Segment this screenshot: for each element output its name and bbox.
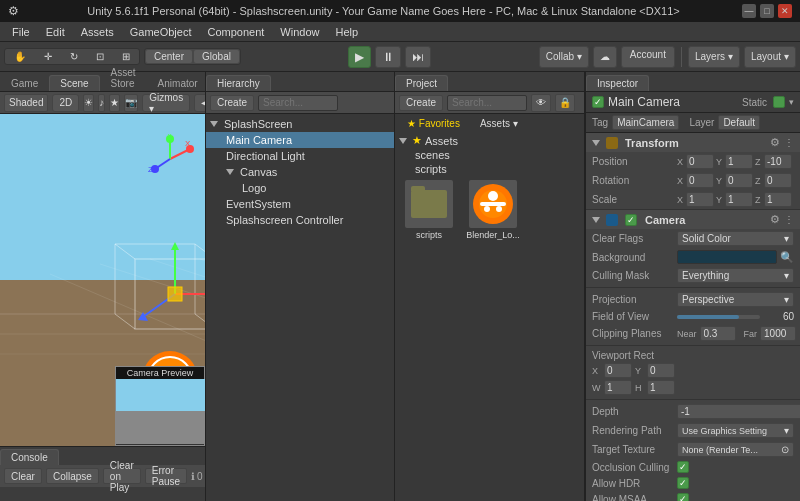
allow-hdr-checkbox[interactable]: ✓ xyxy=(677,477,689,489)
console-error-pause-button[interactable]: Error Pause xyxy=(145,468,187,484)
project-asset-scripts[interactable]: scripts xyxy=(399,180,459,240)
tag-dropdown[interactable]: MainCamera xyxy=(612,115,679,130)
hierarchy-search-input[interactable] xyxy=(258,95,338,111)
layout-dropdown[interactable]: Layout▾ xyxy=(744,46,796,68)
collab-button[interactable]: Collab ▾ xyxy=(539,46,589,68)
hand-tool-button[interactable]: ✋ xyxy=(6,50,34,63)
camera-enabled-checkbox[interactable]: ✓ xyxy=(625,214,637,226)
tab-game[interactable]: Game xyxy=(0,75,49,91)
transform-section-header[interactable]: Transform ⚙ ⋮ xyxy=(586,133,800,152)
rotation-y-input[interactable] xyxy=(725,173,753,188)
far-input[interactable] xyxy=(760,326,796,341)
tab-asset-store[interactable]: Asset Store xyxy=(100,64,147,91)
project-create-button[interactable]: Create xyxy=(399,95,443,111)
move-tool-button[interactable]: ✛ xyxy=(36,50,60,63)
minimize-button[interactable]: — xyxy=(742,4,756,18)
project-search-input[interactable] xyxy=(447,95,527,111)
allow-msaa-checkbox[interactable]: ✓ xyxy=(677,493,689,501)
project-folder-assets[interactable]: ★ Assets xyxy=(395,133,584,148)
scale-z-input[interactable] xyxy=(764,192,792,207)
vp-w-input[interactable] xyxy=(604,380,632,395)
menu-help[interactable]: Help xyxy=(327,24,366,40)
play-button[interactable]: ▶ xyxy=(348,46,371,68)
center-toggle-button[interactable]: Center xyxy=(146,50,192,63)
menu-file[interactable]: File xyxy=(4,24,38,40)
close-button[interactable]: ✕ xyxy=(778,4,792,18)
rendering-path-dropdown[interactable]: Use Graphics Setting ▾ xyxy=(677,423,794,438)
scene-viewport[interactable]: X Y Z xyxy=(0,114,205,446)
console-collapse-button[interactable]: Collapse xyxy=(46,468,99,484)
cloud-button[interactable]: ☁ xyxy=(593,46,617,68)
position-z-input[interactable] xyxy=(764,154,792,169)
maximize-button[interactable]: □ xyxy=(760,4,774,18)
project-folder-scenes[interactable]: scenes xyxy=(395,148,584,162)
camera-section-header[interactable]: ✓ Camera ⚙ ⋮ xyxy=(586,210,800,229)
vp-y-input[interactable] xyxy=(647,363,675,378)
hierarchy-scene-root[interactable]: SplashScreen xyxy=(206,116,394,132)
layer-dropdown[interactable]: Default xyxy=(718,115,760,130)
fov-slider[interactable] xyxy=(677,315,760,319)
tab-animator[interactable]: Animator xyxy=(147,75,209,91)
menu-edit[interactable]: Edit xyxy=(38,24,73,40)
gizmos-dropdown[interactable]: Gizmos ▾ xyxy=(142,94,190,112)
menu-assets[interactable]: Assets xyxy=(73,24,122,40)
hierarchy-create-button[interactable]: Create xyxy=(210,95,254,111)
project-folder-scripts[interactable]: scripts xyxy=(395,162,584,176)
project-lock-icon[interactable]: 🔒 xyxy=(555,94,575,112)
hierarchy-item-logo[interactable]: Logo xyxy=(206,180,394,196)
light-toggle[interactable]: ☀ xyxy=(83,94,94,112)
background-color-eyedropper-icon[interactable]: 🔍 xyxy=(780,251,794,264)
near-input[interactable] xyxy=(700,326,736,341)
rotation-x-input[interactable] xyxy=(686,173,714,188)
tab-scene[interactable]: Scene xyxy=(49,75,99,91)
transform-context-icon[interactable]: ⋮ xyxy=(784,137,794,148)
global-toggle-button[interactable]: Global xyxy=(194,50,239,63)
scale-y-input[interactable] xyxy=(725,192,753,207)
depth-input[interactable] xyxy=(677,404,800,419)
project-asset-blender[interactable]: Blender_Lo... xyxy=(463,180,523,240)
menu-component[interactable]: Component xyxy=(199,24,272,40)
object-active-checkbox[interactable]: ✓ xyxy=(592,96,604,108)
project-eye-icon[interactable]: 👁 xyxy=(531,94,551,112)
hierarchy-item-splashscreen-controller[interactable]: Splashscreen Controller xyxy=(206,212,394,228)
camera-gear-icon[interactable]: ⚙ xyxy=(770,213,780,226)
position-y-input[interactable] xyxy=(725,154,753,169)
tab-project[interactable]: Project xyxy=(395,75,448,91)
hierarchy-item-canvas[interactable]: Canvas xyxy=(206,164,394,180)
tab-hierarchy[interactable]: Hierarchy xyxy=(206,75,271,91)
tab-inspector[interactable]: Inspector xyxy=(586,75,649,91)
step-button[interactable]: ⏭ xyxy=(405,46,431,68)
transform-gear-icon[interactable]: ⚙ xyxy=(770,136,780,149)
hierarchy-item-eventsystem[interactable]: EventSystem xyxy=(206,196,394,212)
hierarchy-item-main-camera[interactable]: Main Camera xyxy=(206,132,394,148)
projection-dropdown[interactable]: Perspective ▾ xyxy=(677,292,794,307)
menu-window[interactable]: Window xyxy=(272,24,327,40)
audio-toggle[interactable]: ♪ xyxy=(98,94,105,112)
pause-button[interactable]: ⏸ xyxy=(375,46,401,68)
position-x-input[interactable] xyxy=(686,154,714,169)
rotate-tool-button[interactable]: ↻ xyxy=(62,50,86,63)
shaded-dropdown[interactable]: Shaded xyxy=(4,94,48,112)
occlusion-culling-checkbox[interactable]: ✓ xyxy=(677,461,689,473)
layers-dropdown[interactable]: Layers▾ xyxy=(688,46,740,68)
static-checkbox[interactable] xyxy=(773,96,785,108)
background-color-picker[interactable] xyxy=(677,250,777,264)
tab-assets[interactable]: Assets ▾ xyxy=(472,116,526,131)
hierarchy-item-directional-light[interactable]: Directional Light xyxy=(206,148,394,164)
camera-context-icon[interactable]: ⋮ xyxy=(784,214,794,225)
vp-h-input[interactable] xyxy=(647,380,675,395)
account-button[interactable]: Account xyxy=(621,46,675,68)
tab-favorites[interactable]: ★ Favorites xyxy=(399,116,468,131)
vp-x-input[interactable] xyxy=(604,363,632,378)
clear-flags-dropdown[interactable]: Solid Color ▾ xyxy=(677,231,794,246)
static-dropdown-icon[interactable]: ▾ xyxy=(789,97,794,107)
2d-toggle[interactable]: 2D xyxy=(52,94,79,112)
culling-mask-dropdown[interactable]: Everything ▾ xyxy=(677,268,794,283)
scale-x-input[interactable] xyxy=(686,192,714,207)
console-clear-button[interactable]: Clear xyxy=(4,468,42,484)
fx-toggle[interactable]: ★ xyxy=(109,94,120,112)
tab-console[interactable]: Console xyxy=(0,449,59,465)
scale-tool-button[interactable]: ⊡ xyxy=(88,50,112,63)
console-clear-on-play-button[interactable]: Clear on Play xyxy=(103,468,141,484)
scene-cam-icon[interactable]: 📷 xyxy=(124,94,138,112)
